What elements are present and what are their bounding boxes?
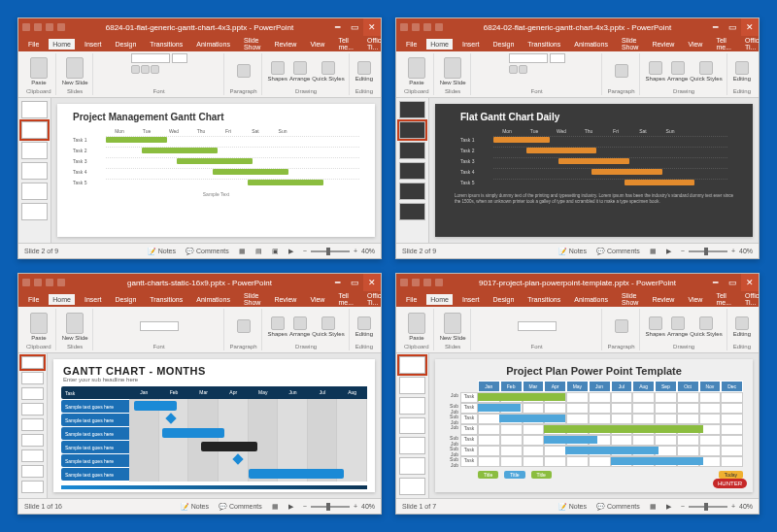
zoom-slider[interactable] xyxy=(311,250,350,252)
paste-button[interactable]: Paste xyxy=(408,313,425,341)
thumb-8[interactable] xyxy=(21,465,44,478)
close-button[interactable]: ✕ xyxy=(363,274,381,291)
thumb-4[interactable] xyxy=(21,403,44,416)
minimize-button[interactable]: ━ xyxy=(706,18,724,36)
bold-button[interactable] xyxy=(131,65,140,74)
editing-button[interactable]: Editing xyxy=(355,316,373,337)
zoom-level[interactable]: 40% xyxy=(361,248,375,254)
thumb-6[interactable] xyxy=(399,457,425,475)
tab-slideshow[interactable]: Slide Show xyxy=(240,35,265,52)
maximize-button[interactable]: ▭ xyxy=(724,18,741,36)
minimize-button[interactable]: ━ xyxy=(328,18,346,36)
thumb-2[interactable] xyxy=(399,377,425,394)
thumb-9[interactable] xyxy=(21,481,44,493)
close-button[interactable]: ✕ xyxy=(741,18,759,36)
paste-button[interactable]: Paste xyxy=(408,57,425,85)
thumb-1[interactable] xyxy=(399,356,425,374)
paste-button[interactable]: Paste xyxy=(30,57,48,85)
font-size-field[interactable] xyxy=(550,53,565,63)
slide-thumbnails[interactable] xyxy=(18,98,51,243)
font-family-field[interactable] xyxy=(131,53,170,63)
zoom-out-icon[interactable]: − xyxy=(303,248,307,254)
quick-styles-button[interactable]: Quick Styles xyxy=(690,61,722,82)
zoom-level[interactable]: 40% xyxy=(739,248,753,254)
tab-file[interactable]: File xyxy=(402,39,421,50)
tab-insert[interactable]: Insert xyxy=(81,39,106,50)
slide-thumbnails[interactable] xyxy=(396,98,429,243)
quick-styles-button[interactable]: Quick Styles xyxy=(690,316,722,337)
notes-button[interactable]: 📝 Notes xyxy=(558,503,587,511)
notes-button[interactable]: 📝 Notes xyxy=(181,503,209,511)
zoom-level[interactable]: 40% xyxy=(361,503,375,510)
tab-home[interactable]: Home xyxy=(49,39,75,50)
tab-transitions[interactable]: Transitions xyxy=(524,39,564,50)
quick-styles-button[interactable]: Quick Styles xyxy=(312,316,344,337)
slide-thumbnails[interactable] xyxy=(18,353,48,498)
thumb-3[interactable] xyxy=(21,387,44,400)
thumb-3[interactable] xyxy=(399,397,425,415)
minimize-button[interactable]: ━ xyxy=(328,274,346,291)
zoom-level[interactable]: 40% xyxy=(739,503,753,510)
thumb-2[interactable] xyxy=(399,121,425,139)
new-slide-button[interactable]: New Slide xyxy=(62,313,88,341)
slide-canvas[interactable]: Project Management Gantt Chart MonTueWed… xyxy=(51,98,381,243)
tab-design[interactable]: Design xyxy=(489,39,518,50)
align-button[interactable] xyxy=(237,64,251,78)
font-size-field[interactable] xyxy=(172,53,187,63)
notes-button[interactable]: 📝 Notes xyxy=(148,248,176,255)
quick-access-toolbar[interactable] xyxy=(18,279,65,286)
thumb-7[interactable] xyxy=(399,478,425,495)
thumb-5[interactable] xyxy=(21,418,44,431)
thumb-3[interactable] xyxy=(399,142,425,159)
thumb-7[interactable] xyxy=(21,449,44,462)
comments-button[interactable]: 💬 Comments xyxy=(219,503,262,511)
thumb-5[interactable] xyxy=(399,437,425,454)
underline-button[interactable] xyxy=(151,65,159,74)
quick-styles-button[interactable]: Quick Styles xyxy=(312,61,344,82)
close-button[interactable]: ✕ xyxy=(363,18,381,36)
tab-tellme[interactable]: Tell me... xyxy=(334,35,357,52)
new-slide-button[interactable]: New Slide xyxy=(440,57,466,85)
quick-access-toolbar[interactable] xyxy=(396,23,443,31)
slide-canvas[interactable]: GANTT CHART - MONTHS Enter your sub head… xyxy=(48,353,381,498)
editing-button[interactable]: Editing xyxy=(355,61,373,82)
zoom-in-icon[interactable]: + xyxy=(354,248,357,254)
italic-button[interactable] xyxy=(141,65,150,74)
thumb-6[interactable] xyxy=(21,434,44,447)
view-slideshow-icon[interactable]: ▶ xyxy=(288,248,293,255)
arrange-button[interactable]: Arrange xyxy=(289,61,310,82)
shapes-button[interactable]: Shapes xyxy=(268,316,287,337)
tab-slideshow[interactable]: Slide Show xyxy=(618,35,643,52)
tab-review[interactable]: Review xyxy=(270,39,300,50)
comments-button[interactable]: 💬 Comments xyxy=(186,248,229,255)
new-slide-button[interactable]: New Slide xyxy=(62,57,88,85)
view-normal-icon[interactable]: ▦ xyxy=(239,248,246,255)
zoom-slider[interactable] xyxy=(689,250,727,252)
thumb-4[interactable] xyxy=(21,162,48,180)
thumb-5[interactable] xyxy=(21,183,48,200)
comments-button[interactable]: 💬 Comments xyxy=(596,503,640,511)
paste-button[interactable]: Paste xyxy=(30,313,48,341)
thumb-5[interactable] xyxy=(399,183,425,200)
comments-button[interactable]: 💬 Comments xyxy=(596,248,640,255)
tab-design[interactable]: Design xyxy=(111,39,140,50)
thumb-1[interactable] xyxy=(21,101,48,118)
close-button[interactable]: ✕ xyxy=(741,274,759,291)
tab-tellme[interactable]: Tell me... xyxy=(712,35,735,52)
thumb-2[interactable] xyxy=(21,372,44,384)
tab-transitions[interactable]: Transitions xyxy=(146,39,186,50)
notes-button[interactable]: 📝 Notes xyxy=(558,248,587,255)
thumb-6[interactable] xyxy=(21,203,48,220)
new-slide-button[interactable]: New Slide xyxy=(440,313,466,341)
zoom-slider[interactable] xyxy=(689,506,727,508)
slide-thumbnails[interactable] xyxy=(396,353,429,498)
tab-office[interactable]: Office Ti... xyxy=(741,35,760,52)
thumb-1[interactable] xyxy=(399,101,425,118)
thumb-4[interactable] xyxy=(399,162,425,180)
tab-file[interactable]: File xyxy=(24,39,43,50)
thumb-2[interactable] xyxy=(21,121,48,139)
quick-access-toolbar[interactable] xyxy=(396,279,443,286)
tab-animations[interactable]: Animations xyxy=(570,39,612,50)
slide-canvas[interactable]: Project Plan Power Point Template JanFeb… xyxy=(429,353,759,498)
slide-canvas[interactable]: Flat Gantt Chart Daily MonTueWedThuFriSa… xyxy=(429,98,759,243)
